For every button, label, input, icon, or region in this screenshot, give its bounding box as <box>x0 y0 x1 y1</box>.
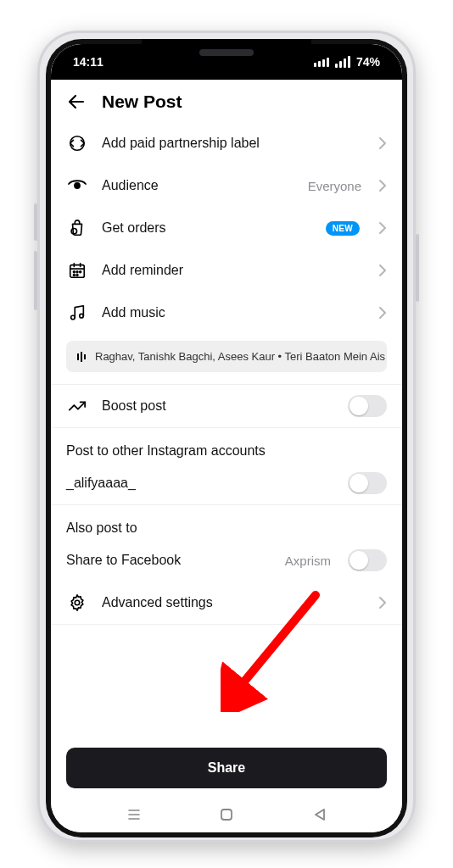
nav-recents-icon[interactable] <box>124 804 144 825</box>
music-icon <box>66 302 88 324</box>
svg-marker-22 <box>316 810 324 820</box>
nav-back-icon[interactable] <box>310 804 330 825</box>
signal-dots-icon <box>314 58 329 67</box>
svg-point-7 <box>73 271 75 273</box>
chevron-right-icon <box>378 136 387 150</box>
svg-point-11 <box>76 275 78 276</box>
music-suggestion-pill[interactable]: Raghav, Tanishk Bagchi, Asees Kaur • Ter… <box>66 341 387 372</box>
option-label: Add reminder <box>102 263 183 278</box>
chevron-right-icon <box>378 306 387 320</box>
volume-down-button <box>34 251 37 310</box>
boost-toggle[interactable] <box>348 395 387 417</box>
gear-icon <box>66 592 88 614</box>
svg-point-1 <box>75 183 80 188</box>
option-share-facebook[interactable]: Share to Facebook Axprism <box>51 539 402 581</box>
audience-icon <box>66 175 88 197</box>
svg-point-2 <box>71 228 76 233</box>
back-arrow-icon[interactable] <box>66 92 87 112</box>
option-add-music[interactable]: Add music <box>51 292 402 334</box>
volume-up-button <box>34 203 37 241</box>
share-button[interactable]: Share <box>66 748 387 788</box>
option-audience[interactable]: Audience Everyone <box>51 164 402 207</box>
account-username: _alifyaaaa_ <box>66 476 136 491</box>
option-boost-post[interactable]: Boost post <box>51 385 402 427</box>
page-title: New Post <box>102 92 182 112</box>
power-button <box>416 234 419 302</box>
share-button-label: Share <box>208 760 245 775</box>
option-label: Add music <box>102 305 165 320</box>
facebook-toggle[interactable] <box>348 549 387 571</box>
svg-rect-16 <box>84 354 86 359</box>
svg-point-9 <box>80 271 81 273</box>
account-toggle[interactable] <box>348 472 387 494</box>
section-post-to-accounts: Post to other Instagram accounts <box>51 428 402 462</box>
option-label: Boost post <box>102 398 166 414</box>
svg-point-8 <box>76 271 78 273</box>
section-also-post-to: Also post to <box>51 505 402 539</box>
chevron-right-icon <box>378 179 387 192</box>
option-label: Share to Facebook <box>66 553 181 568</box>
option-label: Audience <box>102 178 159 193</box>
svg-point-13 <box>80 314 84 318</box>
svg-point-17 <box>75 600 80 605</box>
svg-rect-21 <box>221 810 232 820</box>
calendar-icon <box>66 259 88 281</box>
battery-percent: 74% <box>356 55 380 69</box>
phone-notch <box>142 39 311 66</box>
option-add-reminder[interactable]: Add reminder <box>51 249 402 292</box>
boost-icon <box>66 395 88 417</box>
svg-point-12 <box>71 315 76 320</box>
header: New Post <box>51 80 402 122</box>
orders-icon <box>66 217 88 239</box>
option-label: Get orders <box>102 220 166 236</box>
option-get-orders[interactable]: Get orders NEW <box>51 207 402 249</box>
chevron-right-icon <box>378 596 387 609</box>
option-paid-partnership[interactable]: Add paid partnership label <box>51 122 402 164</box>
option-label: Add paid partnership label <box>102 136 260 151</box>
chevron-right-icon <box>378 264 387 277</box>
facebook-value: Axprism <box>285 554 331 568</box>
option-advanced-settings[interactable]: Advanced settings <box>51 581 402 624</box>
chevron-right-icon <box>378 221 387 235</box>
android-nav-bar <box>51 797 402 832</box>
status-time: 14:11 <box>73 55 103 69</box>
svg-point-10 <box>73 275 75 276</box>
option-label: Advanced settings <box>102 595 213 610</box>
music-suggestion-text: Raghav, Tanishk Bagchi, Asees Kaur • Ter… <box>95 350 385 363</box>
svg-rect-14 <box>77 353 79 360</box>
audience-value: Everyone <box>308 179 361 193</box>
phone-frame: 14:11 74% New Post <box>37 31 416 843</box>
new-badge: NEW <box>326 221 360 236</box>
equalizer-icon <box>76 351 88 363</box>
signal-bars-icon <box>335 56 350 68</box>
svg-rect-15 <box>81 352 82 362</box>
partnership-icon <box>66 132 88 154</box>
account-row[interactable]: _alifyaaaa_ <box>51 462 402 504</box>
nav-home-icon[interactable] <box>216 804 237 825</box>
